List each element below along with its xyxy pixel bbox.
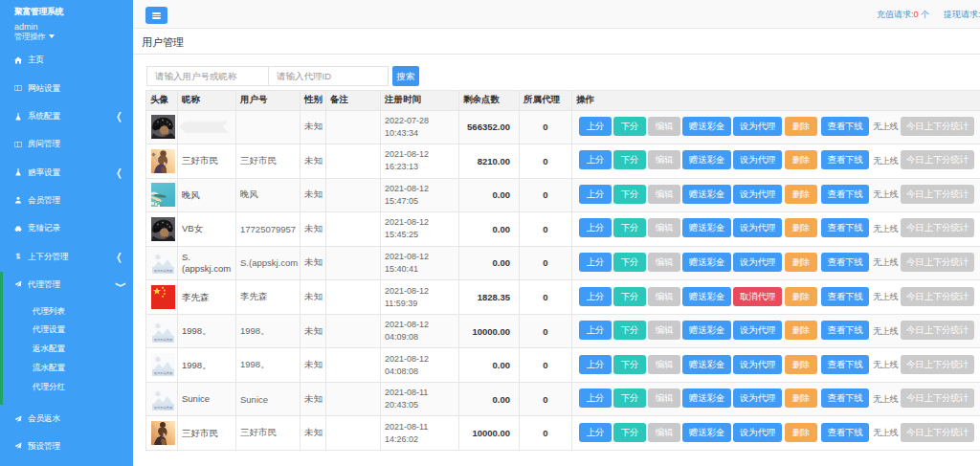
svg-text:图片加载失败: 图片加载失败 <box>154 405 173 409</box>
svg-text:图片加载失败: 图片加载失败 <box>154 337 173 341</box>
svg-text:图片加载失败: 图片加载失败 <box>154 269 173 273</box>
svg-text:图片加载失败: 图片加载失败 <box>154 371 173 375</box>
